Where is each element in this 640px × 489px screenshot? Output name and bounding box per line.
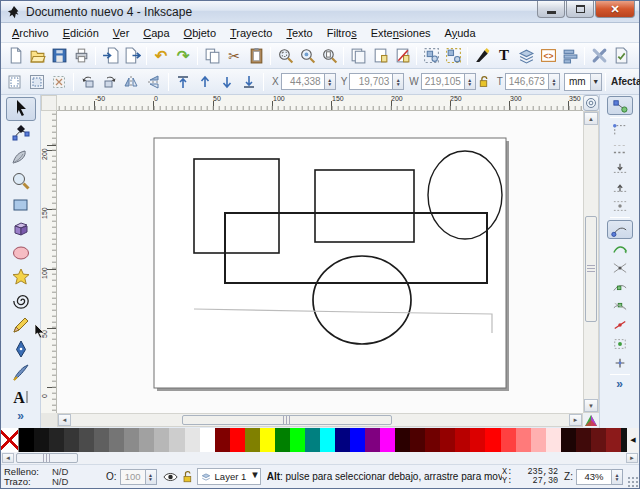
- palette-scroll-right-arrow[interactable]: ►: [626, 453, 638, 463]
- snap-bounding-box-button[interactable]: [607, 120, 633, 139]
- ruler-horizontal[interactable]: -50050100150200250300350: [57, 95, 583, 111]
- palette-swatch-13[interactable]: [215, 428, 230, 452]
- zoom-spinner[interactable]: ▲▼: [612, 469, 623, 485]
- maximize-button[interactable]: [566, 1, 594, 18]
- select-all-button[interactable]: [4, 71, 26, 93]
- w-field[interactable]: 219,105: [421, 73, 465, 90]
- menu-item-capa[interactable]: Capa: [136, 24, 176, 42]
- scroll-right-arrow[interactable]: ►: [569, 414, 582, 426]
- palette-swatch-29[interactable]: [455, 428, 470, 452]
- create-clone-button[interactable]: [369, 45, 391, 67]
- snap-path-intersections-button[interactable]: [607, 258, 633, 277]
- menu-item-texto[interactable]: Texto: [279, 24, 319, 42]
- rotate-cw-button[interactable]: [99, 71, 121, 93]
- menu-item-extensiones[interactable]: Extensiones: [364, 24, 438, 42]
- open-document-button[interactable]: [26, 45, 48, 67]
- palette-swatch-7[interactable]: [124, 428, 139, 452]
- close-button[interactable]: ✕: [595, 1, 635, 18]
- palette-swatch-none[interactable]: [1, 428, 19, 452]
- palette-swatch-5[interactable]: [94, 428, 109, 452]
- palette-swatch-2[interactable]: [49, 428, 64, 452]
- palette-swatch-6[interactable]: [109, 428, 124, 452]
- horizontal-scrollbar[interactable]: ◄ ►: [57, 413, 583, 427]
- tool-ellipse[interactable]: [6, 241, 36, 265]
- palette-swatch-35[interactable]: [546, 428, 561, 452]
- minimize-button[interactable]: [537, 1, 565, 18]
- menu-item-trayecto[interactable]: Trayecto: [223, 24, 279, 42]
- palette-more-arrow[interactable]: ◀: [627, 428, 639, 452]
- print-button[interactable]: [70, 45, 92, 67]
- layer-lock-toggle[interactable]: [181, 470, 193, 483]
- palette-swatch-32[interactable]: [501, 428, 516, 452]
- scroll-left-arrow[interactable]: ◄: [58, 414, 71, 426]
- palette-swatch-22[interactable]: [350, 428, 365, 452]
- palette-swatch-19[interactable]: [305, 428, 320, 452]
- palette-swatch-34[interactable]: [531, 428, 546, 452]
- menu-item-filtros[interactable]: Filtros: [320, 24, 364, 42]
- scroll-up-arrow[interactable]: ▲: [584, 112, 598, 125]
- palette-swatch-33[interactable]: [516, 428, 531, 452]
- zoom-selection-button[interactable]: [274, 45, 296, 67]
- palette-swatch-36[interactable]: [561, 428, 576, 452]
- snap-smooth-nodes-button[interactable]: [607, 296, 633, 315]
- scroll-down-arrow[interactable]: ▼: [584, 399, 598, 412]
- palette-scroll-left-arrow[interactable]: ◄: [2, 453, 14, 463]
- palette-swatch-16[interactable]: [260, 428, 275, 452]
- tool-pencil[interactable]: [6, 313, 36, 337]
- snap-object-centers-button[interactable]: [607, 334, 633, 353]
- menu-item-ayuda[interactable]: Ayuda: [438, 24, 483, 42]
- palette-swatch-18[interactable]: [290, 428, 305, 452]
- menu-item-archivo[interactable]: Archivo: [5, 24, 56, 42]
- x-field-spinner[interactable]: ▲▼: [325, 73, 336, 90]
- palette-scrollbar-thumb[interactable]: [16, 453, 78, 463]
- select-all-layers-button[interactable]: [26, 71, 48, 93]
- units-combo[interactable]: mm ▼: [564, 73, 602, 91]
- palette-swatch-25[interactable]: [395, 428, 410, 452]
- layers-dialog-button[interactable]: [515, 45, 537, 67]
- lower-button[interactable]: [216, 71, 238, 93]
- snap-bbox-centers-button[interactable]: [607, 196, 633, 215]
- opacity-field[interactable]: 100: [120, 469, 146, 485]
- palette-swatch-12[interactable]: [200, 428, 215, 452]
- zoom-page-button[interactable]: [318, 45, 340, 67]
- snap-enable-button[interactable]: [607, 96, 633, 115]
- tool-bezier-pen[interactable]: [6, 337, 36, 361]
- ungroup-button[interactable]: [442, 45, 464, 67]
- snap-cusp-nodes-button[interactable]: [607, 277, 633, 296]
- ruler-vertical[interactable]: 200150100500: [41, 111, 57, 413]
- lower-to-bottom-button[interactable]: [238, 71, 260, 93]
- w-field-spinner[interactable]: ▲▼: [465, 73, 476, 90]
- palette-swatch-31[interactable]: [485, 428, 500, 452]
- export-button[interactable]: [121, 45, 143, 67]
- palette-swatch-17[interactable]: [275, 428, 290, 452]
- tool-node-editor[interactable]: [6, 121, 36, 145]
- palette-swatch-3[interactable]: [64, 428, 79, 452]
- xml-editor-button[interactable]: <>: [537, 45, 559, 67]
- fill-stroke-indicator[interactable]: Relleno:N/D Trazo:N/D: [4, 467, 104, 487]
- tool-tweak[interactable]: [6, 145, 36, 169]
- snap-paths-button[interactable]: [607, 239, 633, 258]
- zoom-drawing-button[interactable]: [296, 45, 318, 67]
- vertical-scrollbar[interactable]: ▲ ▼: [583, 111, 599, 413]
- palette-swatch-14[interactable]: [230, 428, 245, 452]
- h-field[interactable]: 146,673: [505, 73, 549, 90]
- unlink-clone-button[interactable]: [391, 45, 413, 67]
- menu-item-objeto[interactable]: Objeto: [177, 24, 223, 42]
- lock-ratio-button[interactable]: [476, 71, 492, 93]
- tool-spiral[interactable]: [6, 289, 36, 313]
- canvas-viewport[interactable]: [57, 111, 583, 413]
- palette-swatch-27[interactable]: [425, 428, 440, 452]
- deselect-button[interactable]: [48, 71, 70, 93]
- undo-button[interactable]: ↶: [150, 45, 172, 67]
- align-distribute-button[interactable]: [559, 45, 581, 67]
- layer-visibility-toggle[interactable]: [163, 471, 178, 483]
- menu-item-edicion[interactable]: Edición: [56, 24, 106, 42]
- tool-rectangle[interactable]: [6, 193, 36, 217]
- layer-dropdown-arrow[interactable]: ▼: [250, 469, 259, 484]
- current-layer-combo[interactable]: Layer 1 ▼: [197, 468, 261, 485]
- palette-swatch-39[interactable]: [606, 428, 621, 452]
- palette-swatch-9[interactable]: [154, 428, 169, 452]
- units-dropdown-arrow[interactable]: ▼: [590, 74, 601, 90]
- document-properties-button[interactable]: [610, 45, 632, 67]
- palette-swatch-38[interactable]: [591, 428, 606, 452]
